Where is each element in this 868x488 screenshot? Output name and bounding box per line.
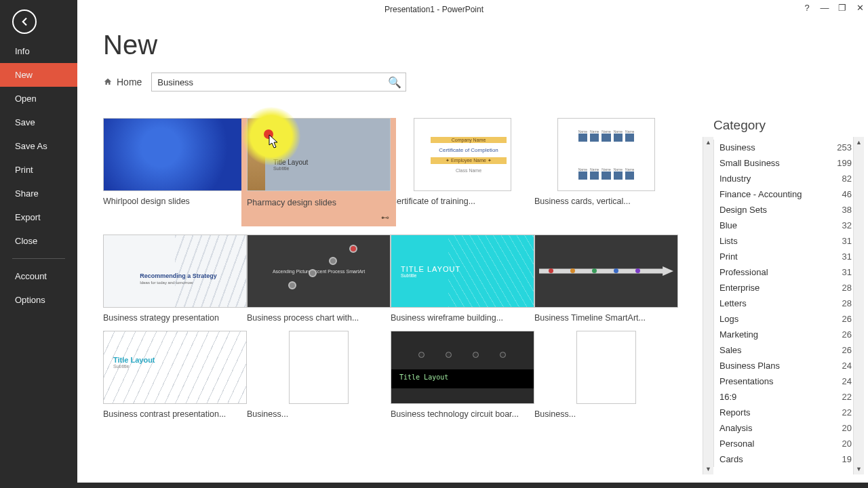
category-count: 20	[842, 439, 852, 449]
category-name: Logs	[719, 314, 738, 324]
template-caption: Certificate of training...	[391, 197, 534, 206]
sidebar-item-new[interactable]: New	[0, 63, 77, 87]
category-name: Reports	[719, 407, 751, 418]
template-thumbnail: NameNameNameNameNameNameNameNameNameName	[557, 118, 655, 191]
category-item[interactable]: Industry82	[714, 171, 856, 186]
sidebar-item-export[interactable]: Export	[0, 205, 77, 229]
sidebar-item-close[interactable]: Close	[0, 229, 77, 253]
sidebar-item-save-as[interactable]: Save As	[0, 134, 77, 158]
category-item[interactable]: Print31	[714, 249, 856, 264]
home-link[interactable]: Home	[103, 77, 142, 87]
category-item[interactable]: Lists31	[714, 233, 856, 249]
category-name: Cards	[719, 454, 743, 464]
sidebar-item-info[interactable]: Info	[0, 39, 77, 63]
template-tile[interactable]: Company NameCertificate of Completion✦ E…	[391, 118, 534, 226]
category-item[interactable]: Finance - Accounting46	[714, 186, 856, 202]
category-item[interactable]: Letters28	[714, 296, 856, 311]
gallery-scrollbar[interactable]: ▲ ▼	[703, 137, 713, 474]
template-tile[interactable]: Business...	[534, 331, 678, 419]
sidebar-item-print[interactable]: Print	[0, 158, 77, 182]
close-icon[interactable]: ✕	[855, 3, 865, 13]
category-item[interactable]: Business253	[714, 140, 856, 155]
category-item[interactable]: Personal20	[714, 436, 856, 451]
category-count: 199	[837, 158, 852, 168]
scroll-down-icon[interactable]: ▼	[703, 464, 713, 474]
category-item[interactable]: Sales26	[714, 342, 856, 358]
search-input[interactable]	[157, 77, 388, 87]
category-item[interactable]: Cards19	[714, 451, 856, 467]
template-tile[interactable]: TITLE LAYOUTSubtitleBusiness wireframe b…	[391, 235, 534, 323]
template-tile[interactable]: Whirlpool design slides	[103, 118, 247, 226]
scroll-up-icon[interactable]: ▲	[854, 137, 864, 148]
backstage-sidebar: InfoNewOpenSaveSave AsPrintShareExportCl…	[0, 0, 77, 488]
template-thumbnail: Company NameCertificate of Completion✦ E…	[414, 118, 511, 191]
scroll-up-icon[interactable]: ▲	[703, 137, 713, 148]
template-caption: Business cards, vertical...	[534, 197, 678, 206]
category-name: Industry	[719, 174, 751, 184]
category-count: 46	[842, 189, 852, 199]
template-caption: Business strategy presentation	[103, 313, 247, 323]
category-name: Lists	[719, 236, 738, 246]
category-count: 31	[842, 267, 852, 277]
nav-row: Home 🔍	[103, 73, 868, 92]
template-caption: Business Timeline SmartArt...	[534, 313, 678, 323]
template-tile[interactable]: Ascending Picture Accent Process SmartAr…	[247, 235, 391, 323]
category-name: 16:9	[719, 392, 736, 402]
category-scrollbar[interactable]: ▲ ▼	[853, 137, 864, 474]
category-item[interactable]: Marketing26	[714, 327, 856, 342]
template-tile[interactable]: Basic Timeline SmartArtBusiness Timeline…	[534, 235, 678, 323]
category-count: 20	[842, 423, 852, 433]
category-item[interactable]: Design Sets38	[714, 202, 856, 218]
sidebar-item-save[interactable]: Save	[0, 110, 77, 134]
template-caption: Whirlpool design slides	[103, 197, 247, 206]
main-content: New Home 🔍 Whirlpool design slidesTitle …	[77, 19, 868, 488]
category-count: 24	[842, 376, 852, 386]
category-name: Sales	[719, 345, 742, 355]
minimize-icon[interactable]: —	[820, 3, 829, 13]
sidebar-item-options[interactable]: Options	[0, 288, 77, 312]
template-tile[interactable]: Title LayoutBusiness technology circuit …	[391, 331, 534, 419]
category-item[interactable]: Professional31	[714, 264, 856, 280]
template-tile[interactable]: Recommending a StrategyIdeas for today a…	[103, 235, 247, 323]
scroll-down-icon[interactable]: ▼	[854, 464, 864, 474]
sidebar-item-open[interactable]: Open	[0, 87, 77, 110]
template-caption: Business wireframe building...	[391, 313, 534, 323]
category-item[interactable]: Presentations24	[714, 373, 856, 389]
category-item[interactable]: Small Business199	[714, 155, 856, 171]
template-gallery: Whirlpool design slidesTitle LayoutSubti…	[103, 118, 788, 488]
template-thumbnail: Title Layout	[391, 331, 534, 404]
category-item[interactable]: Blue32	[714, 218, 856, 233]
back-button[interactable]	[12, 9, 37, 34]
category-item[interactable]: Logs26	[714, 311, 856, 327]
window-title: Presentation1 - PowerPoint	[384, 5, 484, 14]
sidebar-item-account[interactable]: Account	[0, 264, 77, 288]
category-item[interactable]: Enterprise28	[714, 280, 856, 296]
category-item[interactable]: 16:922	[714, 389, 856, 405]
template-tile[interactable]: Business...	[247, 331, 391, 419]
page-title: New	[103, 30, 868, 60]
category-name: Analysis	[719, 423, 752, 433]
template-tile[interactable]: NameNameNameNameNameNameNameNameNameName…	[534, 118, 678, 226]
category-title: Category	[713, 118, 856, 133]
category-count: 22	[842, 407, 852, 418]
search-box[interactable]: 🔍	[151, 73, 406, 92]
category-count: 38	[842, 205, 852, 215]
search-icon[interactable]: 🔍	[388, 76, 401, 89]
restore-icon[interactable]: ❐	[837, 3, 847, 13]
sidebar-item-share[interactable]: Share	[0, 182, 77, 205]
home-label: Home	[117, 77, 142, 87]
template-thumbnail	[103, 118, 247, 191]
template-caption: Pharmacy design slides	[247, 198, 391, 207]
template-thumbnail: Basic Timeline SmartArt	[534, 235, 678, 308]
category-item[interactable]: Business Plans24	[714, 358, 856, 373]
template-tile[interactable]: Title LayoutSubtitleBusiness contrast pr…	[103, 331, 247, 419]
home-icon	[103, 77, 113, 87]
sidebar-separator	[12, 258, 65, 259]
category-count: 31	[842, 251, 852, 262]
category-item[interactable]: Analysis20	[714, 420, 856, 436]
pin-icon[interactable]: ⊷	[381, 213, 389, 222]
help-icon[interactable]: ?	[802, 3, 812, 13]
category-item[interactable]: Reports22	[714, 405, 856, 420]
category-name: Personal	[719, 439, 754, 449]
category-name: Letters	[719, 298, 747, 308]
